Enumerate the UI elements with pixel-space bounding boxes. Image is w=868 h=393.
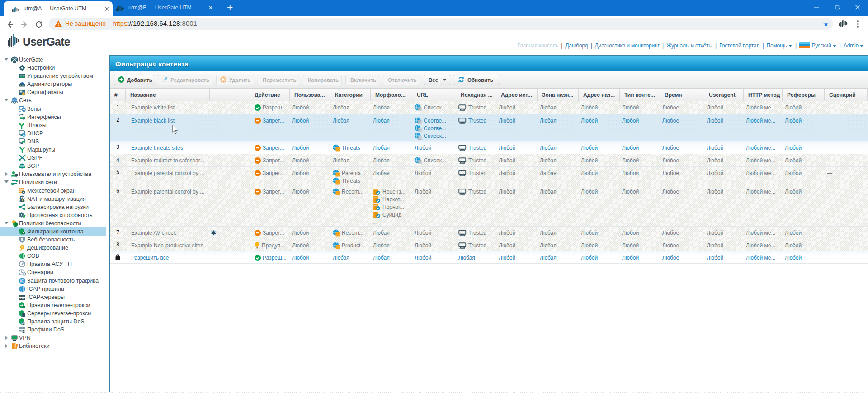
svg-text:DoS: DoS [22, 322, 26, 324]
svg-text:UserGate: UserGate [23, 35, 71, 48]
svg-text:@: @ [20, 278, 24, 283]
svg-text:DoS: DoS [22, 330, 26, 332]
